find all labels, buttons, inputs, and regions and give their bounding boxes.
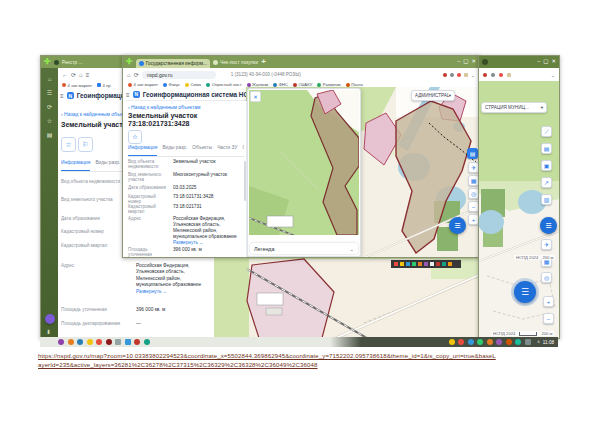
taskbar-app-icon[interactable] — [68, 339, 74, 345]
layers-fab[interactable]: ☰ — [540, 217, 557, 234]
tab-objects[interactable]: Объекты — [192, 145, 212, 156]
download-icon[interactable]: ⬇ — [46, 328, 51, 335]
expand-link[interactable]: Развернуть ⌄ — [136, 289, 167, 294]
close-button[interactable]: ✕ — [471, 59, 476, 65]
reload-icon[interactable]: ⟳ — [71, 71, 76, 78]
minimize-button[interactable]: – — [537, 59, 540, 65]
share-button[interactable]: ⚐ — [78, 137, 93, 152]
more-icon[interactable]: ⌄ — [471, 72, 475, 78]
url-line-2[interactable]: ayerId=235&active_layers=36281%2C36278%2… — [38, 360, 595, 369]
taskbar-app-icon[interactable] — [87, 339, 93, 345]
bookmark-item[interactable]: Опросный лист — [206, 82, 241, 87]
expand-link[interactable]: Развернуть ⌄ — [173, 240, 203, 245]
taskbar-app-icon[interactable] — [125, 339, 131, 345]
extension-icon[interactable] — [443, 73, 447, 77]
region-dropdown[interactable]: АДМИНИСТРАЦИЯ МУНИЦ...▾ — [411, 90, 455, 101]
back-icon[interactable]: ← — [62, 72, 68, 78]
taskbar-app-icon[interactable] — [487, 339, 493, 345]
bookmark-item[interactable]: 4 пр — [97, 83, 111, 88]
flag-icon[interactable]: ⚐ — [78, 137, 93, 152]
measure-button[interactable]: ⟋ — [541, 126, 552, 137]
extension-icon[interactable] — [507, 73, 511, 77]
taskbar-app-icon[interactable] — [477, 339, 483, 345]
minimize-button[interactable]: – — [457, 59, 460, 65]
tab-parts[interactable]: Части ЗУ — [217, 145, 237, 156]
region-dropdown[interactable]: СТРАЦИЯ МУНИЦ...▾ — [481, 102, 547, 113]
maximize-button[interactable]: ▢ — [463, 59, 468, 65]
assistant-button[interactable] — [45, 314, 55, 324]
taskbar-app-icon[interactable] — [468, 339, 474, 345]
window3-titlebar[interactable]: – ▢ ✕ — [479, 56, 559, 68]
bookmark-item[interactable]: Фокус — [163, 82, 180, 87]
tab-information[interactable]: Информация — [128, 145, 157, 156]
card-button[interactable]: ▤ — [541, 143, 552, 154]
taskbar-app-icon[interactable] — [106, 339, 112, 345]
favorites-icon[interactable]: ☆ — [41, 118, 58, 124]
home-icon[interactable]: ⌂ — [41, 76, 58, 82]
star-icon[interactable]: ☆ — [61, 137, 76, 152]
history-icon[interactable]: ⟳ — [41, 104, 58, 110]
home-icon[interactable]: ⌂ — [79, 72, 83, 78]
taskbar-app-icon[interactable] — [77, 339, 83, 345]
taskbar-app-icon[interactable] — [96, 339, 102, 345]
menu-icon[interactable]: ≡ — [86, 72, 90, 78]
new-tab-icon[interactable]: ✚ — [44, 58, 51, 66]
tool-active-button[interactable]: ▤ — [467, 148, 478, 159]
bookmark-item[interactable]: 4 эко маркет — [128, 82, 158, 87]
close-button[interactable]: ✕ — [551, 59, 556, 65]
share-button[interactable]: ↗ — [541, 177, 552, 188]
bookmark-item[interactable]: Сима — [185, 82, 201, 87]
taskbar-app-icon[interactable] — [115, 339, 121, 345]
hamburger-icon[interactable]: ≡ — [126, 91, 130, 98]
more-icon[interactable]: ⌄ — [551, 72, 555, 78]
collapse-icon[interactable]: ⌄ — [349, 246, 354, 252]
reload-icon[interactable]: ⟳ — [134, 71, 139, 78]
close-preview-button[interactable]: ✕ — [250, 91, 261, 102]
locate-button[interactable]: ✈ — [541, 239, 552, 250]
taskbar-app-icon[interactable] — [506, 339, 512, 345]
maximize-button[interactable]: ▢ — [543, 59, 548, 65]
tab-rights[interactable]: Свед. — [243, 145, 245, 156]
extension-icon[interactable] — [450, 73, 454, 77]
apps-icon[interactable]: ▤ — [41, 132, 58, 138]
taskbar-app-icon[interactable] — [458, 339, 464, 345]
tab-osn[interactable]: Виды разр. — [95, 160, 120, 171]
taskbar-app-icon[interactable] — [134, 339, 140, 345]
window2-titlebar[interactable]: ✚ Государственная информ... Чек-лист пок… — [123, 56, 479, 68]
extension-icon[interactable] — [464, 73, 468, 77]
extension-icon[interactable] — [457, 73, 461, 77]
address-bar[interactable]: nspd.gov.ru — [142, 71, 216, 79]
star-icon[interactable]: ☆ — [128, 130, 142, 144]
favorite-button[interactable]: ☆ — [61, 137, 76, 152]
print-button[interactable]: ▥ — [541, 194, 552, 205]
taskbar-app-icon[interactable] — [144, 339, 150, 345]
taskbar-app-icon[interactable] — [58, 339, 64, 345]
new-tab-icon[interactable]: ✚ — [126, 58, 133, 66]
tab-nspd-active[interactable]: Государственная информ... — [136, 59, 210, 68]
legend-bar[interactable]: Легенда ⌄ — [250, 243, 358, 254]
taskbar-app-icon[interactable] — [525, 339, 531, 345]
tab-checklist[interactable]: Чек-лист покупки — [213, 60, 258, 65]
extension-icon[interactable] — [491, 73, 495, 77]
back-link[interactable]: ‹ Назад к найденным объектам — [128, 104, 244, 110]
tray-chevron[interactable]: ˄ — [537, 340, 540, 345]
feedback-fab[interactable]: ☰ — [449, 217, 466, 234]
add-tab-button[interactable]: + — [261, 58, 266, 66]
taskbar-app-icon[interactable] — [515, 339, 521, 345]
bookmark-item[interactable]: 4 эко маркет — [62, 83, 92, 88]
url-line-1[interactable]: https://nspd.gov.ru/map?zoom=10.03383802… — [38, 351, 595, 360]
zoom-out-button[interactable]: − — [543, 313, 554, 324]
home-icon[interactable]: ⌂ — [127, 72, 131, 78]
menu-icon[interactable]: ☰ — [41, 90, 58, 96]
scrollbar[interactable] — [244, 161, 246, 201]
hamburger-icon[interactable]: ≡ — [60, 92, 64, 99]
extension-icon[interactable] — [499, 73, 503, 77]
preview-map-canvas[interactable] — [249, 90, 359, 235]
favorite-button[interactable]: ☆ — [128, 130, 142, 144]
target-button[interactable]: ◎ — [541, 272, 552, 283]
tab-usage[interactable]: Виды разр. — [162, 145, 187, 156]
tab-reestr[interactable]: Реестр ... — [62, 60, 83, 65]
frame-button[interactable]: ▣ — [541, 160, 552, 171]
tab-information[interactable]: Информация — [61, 160, 90, 171]
zoom-in-button[interactable]: + — [543, 296, 554, 307]
